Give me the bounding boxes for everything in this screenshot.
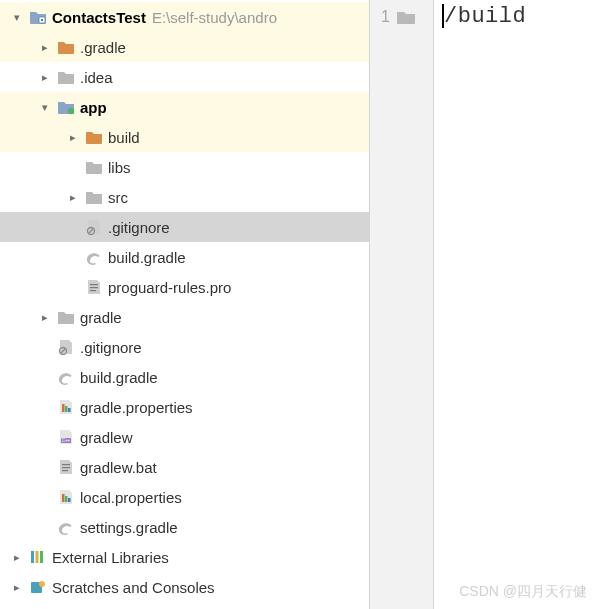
tree-row-build[interactable]: build (0, 122, 369, 152)
spacer (68, 252, 78, 262)
line-number: 1 (376, 8, 390, 26)
tree-row-root-gitignore[interactable]: .gitignore (0, 332, 369, 362)
svg-rect-12 (68, 408, 71, 412)
editor-panel: 1 /build CSDN @四月天行健 (370, 0, 595, 609)
spacer (40, 522, 50, 532)
tree-label: local.properties (80, 489, 182, 506)
tree-label: settings.gradle (80, 519, 178, 536)
tree-row-idea[interactable]: .idea (0, 62, 369, 92)
folder-icon (84, 188, 104, 206)
chevron-right-icon[interactable] (68, 132, 78, 142)
chevron-right-icon[interactable] (12, 552, 22, 562)
svg-rect-18 (62, 494, 65, 502)
editor-content[interactable]: /build (434, 0, 595, 609)
gradle-file-icon (56, 518, 76, 536)
chevron-down-icon[interactable] (12, 12, 22, 22)
editor-text: /build (444, 4, 526, 29)
tree-label: app (80, 99, 107, 116)
chevron-down-icon[interactable] (40, 102, 50, 112)
gradle-file-icon (56, 368, 76, 386)
tree-row-app-build-gradle[interactable]: build.gradle (0, 242, 369, 272)
tree-row-proguard[interactable]: proguard-rules.pro (0, 272, 369, 302)
folder-icon (84, 128, 104, 146)
chevron-right-icon[interactable] (68, 192, 78, 202)
spacer (40, 402, 50, 412)
tree-row-external-libraries[interactable]: External Libraries (0, 542, 369, 572)
tree-row-local-properties[interactable]: local.properties (0, 482, 369, 512)
tree-row-scratches[interactable]: Scratches and Consoles (0, 572, 369, 602)
svg-point-25 (39, 581, 45, 587)
text-file-icon (56, 458, 76, 476)
text-file-icon (84, 278, 104, 296)
svg-rect-7 (90, 290, 96, 291)
tree-row-libs[interactable]: libs (0, 152, 369, 182)
tree-row-src[interactable]: src (0, 182, 369, 212)
spacer (40, 492, 50, 502)
svg-rect-22 (36, 551, 39, 563)
spacer (68, 282, 78, 292)
tree-label: proguard-rules.pro (108, 279, 231, 296)
tree-root-path: E:\self-study\andro (152, 9, 277, 26)
tree-label-root: ContactsTest (52, 9, 146, 26)
svg-rect-17 (62, 470, 68, 471)
tree-row-root[interactable]: ContactsTest E:\self-study\andro (0, 2, 369, 32)
tree-label: gradle (80, 309, 122, 326)
folder-icon (56, 68, 76, 86)
tree-row-settings-gradle[interactable]: settings.gradle (0, 512, 369, 542)
tree-label: .gitignore (108, 219, 170, 236)
tree-row-root-build-gradle[interactable]: build.gradle (0, 362, 369, 392)
svg-rect-5 (90, 284, 98, 285)
spacer (40, 372, 50, 382)
project-tree-panel: ContactsTest E:\self-study\andro .gradle… (0, 0, 370, 609)
tree-label: gradle.properties (80, 399, 193, 416)
tree-label: libs (108, 159, 131, 176)
spacer (40, 342, 50, 352)
chevron-right-icon[interactable] (40, 72, 50, 82)
svg-rect-20 (68, 498, 71, 502)
tree-label: src (108, 189, 128, 206)
chevron-right-icon[interactable] (40, 312, 50, 322)
svg-text:C++: C++ (62, 438, 71, 443)
svg-rect-21 (31, 551, 34, 563)
chevron-right-icon[interactable] (12, 582, 22, 592)
tree-row-app[interactable]: app (0, 92, 369, 122)
svg-rect-15 (62, 464, 70, 465)
folder-icon (84, 158, 104, 176)
gradle-file-icon (84, 248, 104, 266)
libraries-icon (28, 548, 48, 566)
spacer (68, 222, 78, 232)
tree-label: gradlew.bat (80, 459, 157, 476)
svg-rect-11 (65, 406, 68, 412)
tree-row-gradlew-bat[interactable]: gradlew.bat (0, 452, 369, 482)
tree-label: Scratches and Consoles (52, 579, 215, 596)
spacer (68, 162, 78, 172)
ignored-file-icon (56, 338, 76, 356)
watermark: CSDN @四月天行健 (459, 583, 587, 601)
spacer (40, 462, 50, 472)
ignored-file-icon (84, 218, 104, 236)
svg-rect-16 (62, 467, 70, 468)
tree-row-gradle-properties[interactable]: gradle.properties (0, 392, 369, 422)
spacer (40, 432, 50, 442)
tree-label: build (108, 129, 140, 146)
svg-rect-1 (41, 19, 43, 21)
tree-row-gradlew[interactable]: C++ gradlew (0, 422, 369, 452)
module-folder-icon (28, 8, 48, 26)
svg-rect-23 (40, 551, 43, 563)
module-folder-icon (56, 98, 76, 116)
scratches-icon (28, 578, 48, 596)
tree-row-gradle-folder[interactable]: gradle (0, 302, 369, 332)
chevron-right-icon[interactable] (40, 42, 50, 52)
tree-label: .gradle (80, 39, 126, 56)
tree-row-app-gitignore[interactable]: .gitignore (0, 212, 369, 242)
svg-point-2 (68, 108, 74, 114)
properties-file-icon (56, 488, 76, 506)
tree-label: gradlew (80, 429, 133, 446)
tree-row-gradle-dot[interactable]: .gradle (0, 32, 369, 62)
tree-label: External Libraries (52, 549, 169, 566)
editor-gutter: 1 (370, 0, 434, 609)
properties-file-icon (56, 398, 76, 416)
script-file-icon: C++ (56, 428, 76, 446)
svg-rect-6 (90, 287, 98, 288)
svg-rect-19 (65, 496, 68, 502)
